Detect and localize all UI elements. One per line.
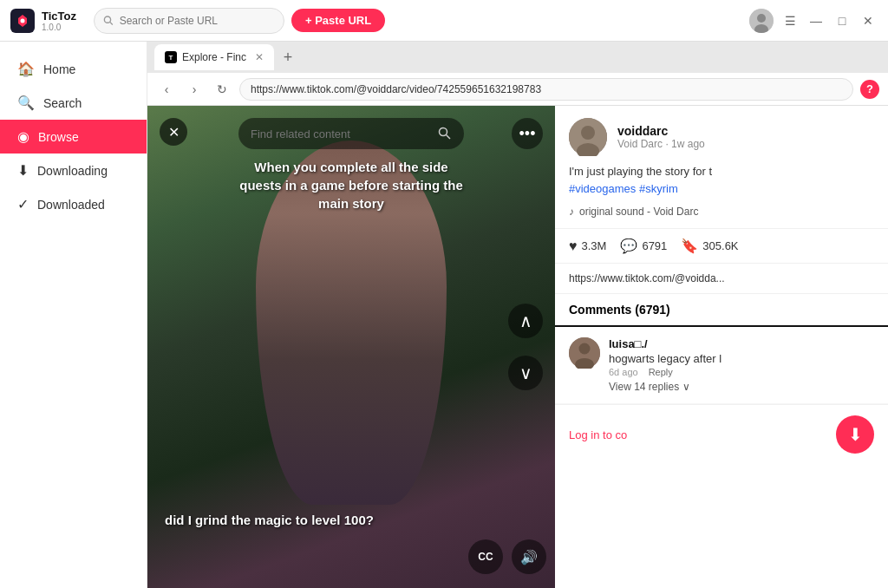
login-bar: Log in to co ⬇ [555,404,888,464]
likes-stat: ♥ 3.3M [569,238,606,254]
comment-reply-link[interactable]: Reply [649,367,673,377]
forward-button[interactable]: › [184,79,205,100]
download-icon: ⬇ [848,424,863,445]
svg-point-4 [757,14,766,23]
sidebar-item-downloading[interactable]: ⬇ Downloading [0,154,147,187]
minimize-button[interactable]: — [806,11,826,30]
content-row: ✕ ••• When you complete all the side que… [147,106,888,588]
titlebar: TicToz 1.0.0 + Paste URL ☰ — □ ✕ [0,0,888,42]
more-options-button[interactable]: ••• [512,118,543,149]
url-preview-row: https://www.tiktok.com/@voidda... [555,264,888,294]
url-input[interactable] [239,78,853,101]
video-nav-up-button[interactable]: ∧ [508,304,543,338]
saves-stat: 🔖 305.6K [681,238,738,254]
video-background: ✕ ••• When you complete all the side que… [147,106,555,588]
sidebar-item-home[interactable]: 🏠 Home [0,52,147,86]
user-avatar[interactable] [749,9,774,33]
comments-count: 6791 [642,239,667,252]
comment-item: luisa□./ hogwarts legacy after l 6d ago … [555,327,888,404]
login-link[interactable]: Log in to co [569,428,627,441]
music-icon: ♪ [569,206,574,218]
comment-body: luisa□./ hogwarts legacy after l 6d ago … [609,337,874,393]
find-input[interactable] [251,127,431,140]
sound-row: ♪ original sound - Void Darc [555,206,888,228]
maximize-button[interactable]: □ [832,11,852,30]
search-icon [103,15,114,27]
browser-area: T Explore - Finc ✕ + ‹ › ↻ ? ✕ [147,42,888,588]
svg-line-2 [110,22,113,24]
sidebar: 🏠 Home 🔍 Search ◉ Browse ⬇ Downloading ✓… [0,42,147,588]
sidebar-item-home-label: Home [43,62,75,76]
browse-icon: ◉ [17,128,29,145]
tiktok-tab-icon: T [165,51,177,63]
sidebar-item-search[interactable]: 🔍 Search [0,86,147,120]
svg-point-0 [21,18,25,23]
svg-line-7 [447,135,451,140]
search-bar[interactable] [94,8,284,34]
add-tab-button[interactable]: + [278,47,298,68]
sidebar-item-downloaded[interactable]: ✓ Downloaded [0,187,147,221]
like-icon: ♥ [569,238,578,254]
sidebar-item-browse[interactable]: ◉ Browse [0,120,147,154]
search-input[interactable] [120,15,275,27]
tab-close-button[interactable]: ✕ [255,51,264,63]
comment-icon: 💬 [620,238,637,254]
comment-avatar [569,337,600,369]
author-username: voiddarc [617,124,705,138]
side-panel: voiddarc Void Darc · 1w ago I'm just pla… [555,106,888,588]
video-top-caption: When you complete all the side quests in… [238,158,464,212]
sidebar-item-search-label: Search [43,96,82,110]
cc-button[interactable]: CC [468,539,503,574]
svg-point-9 [581,126,595,140]
video-player: ✕ ••• When you complete all the side que… [147,106,555,588]
close-window-button[interactable]: ✕ [859,11,878,30]
menu-button[interactable]: ☰ [780,11,800,30]
sound-text: original sound - Void Darc [579,206,698,218]
refresh-button[interactable]: ↻ [212,79,232,100]
back-button[interactable]: ‹ [156,79,177,100]
find-search-icon [438,127,452,140]
comments-stat: 💬 6791 [620,238,667,254]
main-layout: 🏠 Home 🔍 Search ◉ Browse ⬇ Downloading ✓… [0,42,888,588]
sidebar-item-browse-label: Browse [38,130,79,144]
paste-url-button[interactable]: + Paste URL [291,9,385,32]
browser-tab[interactable]: T Explore - Finc ✕ [154,44,274,70]
video-close-button[interactable]: ✕ [160,118,187,146]
author-avatar [569,118,607,156]
video-description: I'm just playing the story for t #videog… [555,163,888,206]
home-icon: 🏠 [17,61,35,77]
svg-point-6 [440,128,447,136]
video-hashtags[interactable]: #videogames #skyrim [569,182,678,195]
search-nav-icon: 🔍 [17,95,35,111]
comments-header: Comments (6791) [555,294,888,327]
sidebar-item-downloading-label: Downloading [37,164,108,178]
tab-bar: T Explore - Finc ✕ + [147,42,888,73]
save-icon: 🔖 [681,238,698,254]
app-name: TicToz [42,10,76,23]
author-display-time: Void Darc · 1w ago [617,138,705,150]
view-replies-button[interactable]: View 14 replies ∨ [609,381,874,393]
video-bottom-caption: did I grind the magic to level 100? [165,513,374,527]
svg-point-12 [579,343,591,355]
address-bar: ‹ › ↻ ? [147,73,888,106]
comment-username: luisa□./ [609,337,874,350]
app-logo [10,9,35,33]
video-nav-down-button[interactable]: ∨ [508,356,543,390]
author-row: voiddarc Void Darc · 1w ago [555,106,888,163]
author-info: voiddarc Void Darc · 1w ago [617,124,705,150]
tab-label: Explore - Finc [182,51,246,63]
downloaded-icon: ✓ [17,196,29,212]
app-name-block: TicToz 1.0.0 [42,10,76,32]
find-bar[interactable] [238,118,464,149]
likes-count: 3.3M [582,239,607,252]
stats-row: ♥ 3.3M 💬 6791 🔖 305.6K [555,228,888,264]
expand-icon: ∨ [682,381,690,393]
help-button[interactable]: ? [860,80,879,99]
comment-text: hogwarts legacy after l [609,352,874,365]
volume-button[interactable]: 🔊 [512,539,546,574]
comment-meta: 6d ago Reply [609,367,874,377]
sidebar-item-downloaded-label: Downloaded [37,198,105,212]
download-fab-button[interactable]: ⬇ [836,415,874,454]
saves-count: 305.6K [702,239,738,252]
svg-point-1 [104,16,110,23]
